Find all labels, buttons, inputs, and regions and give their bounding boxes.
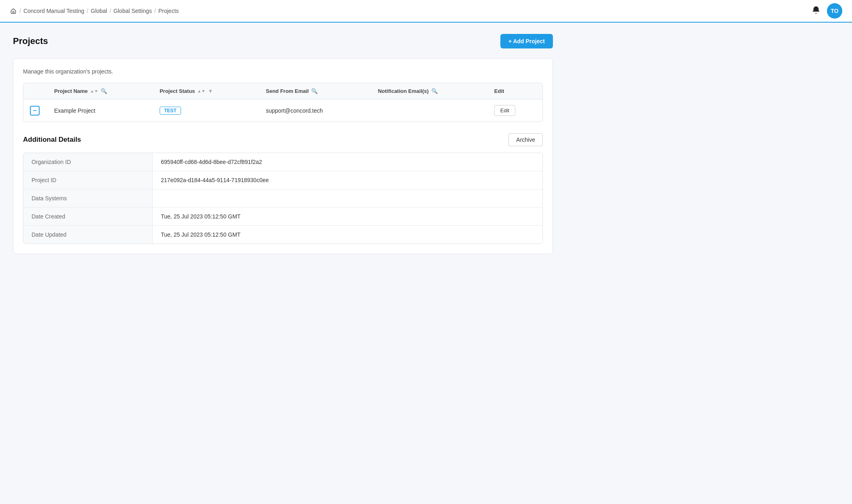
project-name-sort-icon[interactable]: ▲▼ bbox=[90, 89, 98, 93]
col-header-notification-email: Notification Email(s) 🔍 bbox=[371, 83, 488, 99]
row-send-from-email: support@concord.tech bbox=[259, 99, 371, 122]
breadcrumb-sep-4: / bbox=[154, 8, 156, 14]
col-header-expand bbox=[23, 83, 48, 99]
additional-details-section: Additional Details Archive Organization … bbox=[23, 133, 543, 244]
breadcrumb-sep-2: / bbox=[87, 8, 89, 14]
date-updated-value: Tue, 25 Jul 2023 05:12:50 GMT bbox=[153, 226, 542, 244]
card-subtitle: Manage this organization's projects. bbox=[23, 68, 543, 75]
page-title: Projects bbox=[13, 36, 48, 46]
project-id-value: 217e092a-d184-44a5-9114-71918930c0ee bbox=[153, 171, 542, 189]
projects-table-container: Project Name ▲▼ 🔍 Project Status ▲▼ ▼ bbox=[23, 83, 543, 122]
archive-button[interactable]: Archive bbox=[508, 133, 543, 146]
details-row-project-id: Project ID 217e092a-d184-44a5-9114-71918… bbox=[23, 171, 542, 189]
main-content: Projects + Add Project Manage this organ… bbox=[0, 23, 566, 265]
breadcrumb-item-3[interactable]: Global Settings bbox=[114, 8, 152, 14]
org-id-value: 695940ff-cd68-4d6d-8bee-d72cf891f2a2 bbox=[153, 153, 542, 171]
breadcrumb-sep-1: / bbox=[19, 8, 21, 14]
breadcrumb-item-1[interactable]: Concord Manual Testing bbox=[23, 8, 84, 14]
details-table: Organization ID 695940ff-cd68-4d6d-8bee-… bbox=[23, 153, 543, 244]
table-header: Project Name ▲▼ 🔍 Project Status ▲▼ ▼ bbox=[23, 83, 542, 99]
additional-details-header: Additional Details Archive bbox=[23, 133, 543, 146]
details-row-date-updated: Date Updated Tue, 25 Jul 2023 05:12:50 G… bbox=[23, 226, 542, 244]
edit-col-label: Edit bbox=[494, 88, 504, 94]
details-row-date-created: Date Created Tue, 25 Jul 2023 05:12:50 G… bbox=[23, 208, 542, 226]
projects-table: Project Name ▲▼ 🔍 Project Status ▲▼ ▼ bbox=[23, 83, 542, 122]
page-header: Projects + Add Project bbox=[13, 34, 553, 48]
row-project-name: Example Project bbox=[48, 99, 153, 122]
notification-email-label: Notification Email(s) bbox=[378, 88, 429, 94]
org-id-label: Organization ID bbox=[23, 153, 153, 171]
details-row-data-systems: Data Systems bbox=[23, 189, 542, 208]
row-edit-cell: Edit bbox=[488, 99, 542, 122]
breadcrumb: / Concord Manual Testing / Global / Glob… bbox=[10, 7, 179, 15]
project-status-sort-icon[interactable]: ▲▼ bbox=[197, 89, 205, 93]
expand-row-button[interactable]: − bbox=[30, 106, 40, 116]
avatar[interactable]: TO bbox=[827, 3, 842, 19]
project-name-search-icon[interactable]: 🔍 bbox=[101, 88, 107, 94]
row-notification-email bbox=[371, 99, 488, 122]
project-status-label: Project Status bbox=[160, 88, 195, 94]
status-badge: TEST bbox=[160, 107, 181, 115]
breadcrumb-item-2[interactable]: Global bbox=[91, 8, 107, 14]
project-name-label: Project Name bbox=[54, 88, 88, 94]
table-row: − Example Project TEST support@concord.t… bbox=[23, 99, 542, 122]
home-icon[interactable] bbox=[10, 7, 17, 15]
date-updated-label: Date Updated bbox=[23, 226, 153, 244]
date-created-label: Date Created bbox=[23, 208, 153, 225]
details-row-org-id: Organization ID 695940ff-cd68-4d6d-8bee-… bbox=[23, 153, 542, 171]
project-status-filter-icon[interactable]: ▼ bbox=[208, 88, 213, 94]
send-from-email-label: Send From Email bbox=[266, 88, 309, 94]
breadcrumb-sep-3: / bbox=[110, 8, 111, 14]
notification-email-search-icon[interactable]: 🔍 bbox=[431, 88, 438, 94]
row-expand-cell: − bbox=[23, 99, 48, 122]
date-created-value: Tue, 25 Jul 2023 05:12:50 GMT bbox=[153, 208, 542, 225]
edit-row-button[interactable]: Edit bbox=[494, 105, 515, 116]
col-header-project-status: Project Status ▲▼ ▼ bbox=[153, 83, 259, 99]
top-bar: / Concord Manual Testing / Global / Glob… bbox=[0, 0, 852, 23]
bell-icon[interactable] bbox=[812, 6, 820, 17]
breadcrumb-item-4[interactable]: Projects bbox=[158, 8, 179, 14]
row-project-status: TEST bbox=[153, 99, 259, 122]
col-header-send-from-email: Send From Email 🔍 bbox=[259, 83, 371, 99]
send-from-email-search-icon[interactable]: 🔍 bbox=[311, 88, 318, 94]
data-systems-label: Data Systems bbox=[23, 189, 153, 207]
col-header-project-name: Project Name ▲▼ 🔍 bbox=[48, 83, 153, 99]
table-body: − Example Project TEST support@concord.t… bbox=[23, 99, 542, 122]
additional-details-title: Additional Details bbox=[23, 136, 81, 144]
col-header-edit: Edit bbox=[488, 83, 542, 99]
projects-card: Manage this organization's projects. Pro… bbox=[13, 58, 553, 254]
project-id-label: Project ID bbox=[23, 171, 153, 189]
top-bar-right: TO bbox=[812, 3, 842, 19]
add-project-button[interactable]: + Add Project bbox=[500, 34, 553, 48]
data-systems-value bbox=[153, 189, 542, 207]
